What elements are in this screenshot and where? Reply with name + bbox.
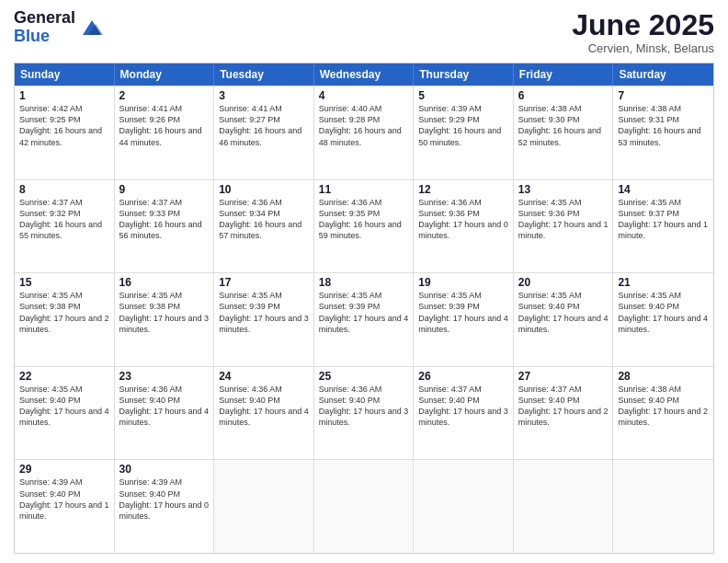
day-cell-20: 20 Sunrise: 4:35 AMSunset: 9:40 PMDaylig… [514, 273, 614, 366]
logo-icon [79, 15, 105, 40]
day-cell-4: 4 Sunrise: 4:40 AMSunset: 9:28 PMDayligh… [314, 86, 415, 179]
cell-info: Sunrise: 4:36 AMSunset: 9:40 PMDaylight:… [219, 385, 309, 427]
day-number: 25 [319, 370, 409, 383]
month-title: June 2025 [572, 9, 714, 41]
cell-info: Sunrise: 4:42 AMSunset: 9:25 PMDaylight:… [19, 104, 102, 146]
cell-info: Sunrise: 4:35 AMSunset: 9:39 PMDaylight:… [219, 291, 309, 333]
day-number: 5 [418, 89, 508, 102]
header-saturday: Saturday [613, 63, 713, 86]
day-number: 2 [119, 89, 210, 102]
header-thursday: Thursday [414, 63, 514, 86]
empty-cell [314, 460, 415, 553]
day-number: 6 [518, 89, 609, 102]
day-number: 3 [219, 89, 309, 102]
header-monday: Monday [115, 63, 215, 86]
title-block: June 2025 Cervien, Minsk, Belarus [572, 9, 714, 55]
day-number: 12 [418, 183, 508, 196]
day-cell-10: 10 Sunrise: 4:36 AMSunset: 9:34 PMDaylig… [214, 180, 314, 273]
empty-cell [414, 460, 514, 553]
day-cell-15: 15 Sunrise: 4:35 AMSunset: 9:38 PMDaylig… [15, 273, 115, 366]
day-cell-2: 2 Sunrise: 4:41 AMSunset: 9:26 PMDayligh… [115, 86, 215, 179]
day-cell-18: 18 Sunrise: 4:35 AMSunset: 9:39 PMDaylig… [314, 273, 415, 366]
cell-info: Sunrise: 4:39 AMSunset: 9:29 PMDaylight:… [418, 104, 501, 146]
day-cell-19: 19 Sunrise: 4:35 AMSunset: 9:39 PMDaylig… [414, 273, 514, 366]
cell-info: Sunrise: 4:41 AMSunset: 9:26 PMDaylight:… [119, 104, 202, 146]
cell-info: Sunrise: 4:36 AMSunset: 9:34 PMDaylight:… [219, 198, 301, 240]
header-sunday: Sunday [15, 63, 115, 86]
cell-info: Sunrise: 4:38 AMSunset: 9:31 PMDaylight:… [618, 104, 700, 146]
day-cell-17: 17 Sunrise: 4:35 AMSunset: 9:39 PMDaylig… [214, 273, 314, 366]
day-number: 27 [518, 370, 609, 383]
logo-general: General [14, 9, 75, 28]
cell-info: Sunrise: 4:37 AMSunset: 9:32 PMDaylight:… [19, 198, 102, 240]
day-number: 22 [19, 370, 109, 383]
cell-info: Sunrise: 4:39 AMSunset: 9:40 PMDaylight:… [119, 477, 210, 520]
logo-blue: Blue [14, 28, 75, 46]
calendar-header-row: Sunday Monday Tuesday Wednesday Thursday… [15, 63, 713, 86]
cell-info: Sunrise: 4:35 AMSunset: 9:40 PMDaylight:… [618, 291, 708, 333]
day-cell-9: 9 Sunrise: 4:37 AMSunset: 9:33 PMDayligh… [115, 180, 215, 273]
cell-info: Sunrise: 4:37 AMSunset: 9:40 PMDaylight:… [518, 385, 609, 427]
week-row-3: 15 Sunrise: 4:35 AMSunset: 9:38 PMDaylig… [15, 272, 713, 366]
day-cell-27: 27 Sunrise: 4:37 AMSunset: 9:40 PMDaylig… [514, 367, 614, 460]
cell-info: Sunrise: 4:35 AMSunset: 9:39 PMDaylight:… [319, 291, 409, 333]
day-cell-26: 26 Sunrise: 4:37 AMSunset: 9:40 PMDaylig… [414, 367, 514, 460]
cell-info: Sunrise: 4:41 AMSunset: 9:27 PMDaylight:… [219, 104, 301, 146]
cell-info: Sunrise: 4:36 AMSunset: 9:36 PMDaylight:… [418, 198, 508, 240]
day-number: 16 [119, 276, 210, 289]
calendar-body: 1 Sunrise: 4:42 AMSunset: 9:25 PMDayligh… [15, 86, 713, 553]
week-row-1: 1 Sunrise: 4:42 AMSunset: 9:25 PMDayligh… [15, 86, 713, 179]
day-number: 17 [219, 276, 309, 289]
day-number: 7 [618, 89, 709, 102]
day-number: 8 [19, 183, 109, 196]
day-cell-1: 1 Sunrise: 4:42 AMSunset: 9:25 PMDayligh… [15, 86, 115, 179]
logo-text: General Blue [14, 9, 75, 46]
week-row-4: 22 Sunrise: 4:35 AMSunset: 9:40 PMDaylig… [15, 366, 713, 460]
cell-info: Sunrise: 4:37 AMSunset: 9:33 PMDaylight:… [119, 198, 202, 240]
cell-info: Sunrise: 4:35 AMSunset: 9:37 PMDaylight:… [618, 198, 708, 240]
cell-info: Sunrise: 4:35 AMSunset: 9:40 PMDaylight:… [19, 385, 109, 427]
day-cell-14: 14 Sunrise: 4:35 AMSunset: 9:37 PMDaylig… [613, 180, 713, 273]
cell-info: Sunrise: 4:35 AMSunset: 9:36 PMDaylight:… [518, 198, 609, 240]
day-cell-13: 13 Sunrise: 4:35 AMSunset: 9:36 PMDaylig… [514, 180, 614, 273]
header-tuesday: Tuesday [214, 63, 314, 86]
cell-info: Sunrise: 4:35 AMSunset: 9:39 PMDaylight:… [418, 291, 508, 333]
day-number: 10 [219, 183, 309, 196]
day-cell-6: 6 Sunrise: 4:38 AMSunset: 9:30 PMDayligh… [514, 86, 614, 179]
day-number: 18 [319, 276, 409, 289]
day-cell-22: 22 Sunrise: 4:35 AMSunset: 9:40 PMDaylig… [15, 367, 115, 460]
week-row-5: 29 Sunrise: 4:39 AMSunset: 9:40 PMDaylig… [15, 459, 713, 553]
day-number: 19 [418, 276, 508, 289]
cell-info: Sunrise: 4:38 AMSunset: 9:40 PMDaylight:… [618, 385, 708, 427]
day-cell-11: 11 Sunrise: 4:36 AMSunset: 9:35 PMDaylig… [314, 180, 415, 273]
day-cell-8: 8 Sunrise: 4:37 AMSunset: 9:32 PMDayligh… [15, 180, 115, 273]
header-wednesday: Wednesday [314, 63, 415, 86]
header-friday: Friday [514, 63, 614, 86]
day-cell-5: 5 Sunrise: 4:39 AMSunset: 9:29 PMDayligh… [414, 86, 514, 179]
day-cell-12: 12 Sunrise: 4:36 AMSunset: 9:36 PMDaylig… [414, 180, 514, 273]
day-cell-24: 24 Sunrise: 4:36 AMSunset: 9:40 PMDaylig… [214, 367, 314, 460]
day-cell-7: 7 Sunrise: 4:38 AMSunset: 9:31 PMDayligh… [613, 86, 713, 179]
day-cell-21: 21 Sunrise: 4:35 AMSunset: 9:40 PMDaylig… [613, 273, 713, 366]
week-row-2: 8 Sunrise: 4:37 AMSunset: 9:32 PMDayligh… [15, 179, 713, 273]
cell-info: Sunrise: 4:36 AMSunset: 9:40 PMDaylight:… [119, 385, 210, 427]
cell-info: Sunrise: 4:36 AMSunset: 9:40 PMDaylight:… [319, 385, 409, 427]
cell-info: Sunrise: 4:37 AMSunset: 9:40 PMDaylight:… [418, 385, 508, 427]
day-number: 24 [219, 370, 309, 383]
day-number: 28 [618, 370, 709, 383]
cell-info: Sunrise: 4:35 AMSunset: 9:38 PMDaylight:… [19, 291, 109, 333]
day-cell-3: 3 Sunrise: 4:41 AMSunset: 9:27 PMDayligh… [214, 86, 314, 179]
day-number: 14 [618, 183, 709, 196]
day-cell-25: 25 Sunrise: 4:36 AMSunset: 9:40 PMDaylig… [314, 367, 415, 460]
cell-info: Sunrise: 4:35 AMSunset: 9:40 PMDaylight:… [518, 291, 609, 333]
cell-info: Sunrise: 4:39 AMSunset: 9:40 PMDaylight:… [19, 477, 109, 520]
empty-cell [613, 460, 713, 553]
day-number: 13 [518, 183, 609, 196]
day-number: 9 [119, 183, 210, 196]
day-number: 4 [319, 89, 409, 102]
day-number: 11 [319, 183, 409, 196]
day-number: 30 [119, 463, 210, 476]
header: General Blue June 2025 Cervien, Minsk, B… [14, 9, 714, 55]
cell-info: Sunrise: 4:40 AMSunset: 9:28 PMDaylight:… [319, 104, 402, 146]
location: Cervien, Minsk, Belarus [572, 41, 714, 55]
